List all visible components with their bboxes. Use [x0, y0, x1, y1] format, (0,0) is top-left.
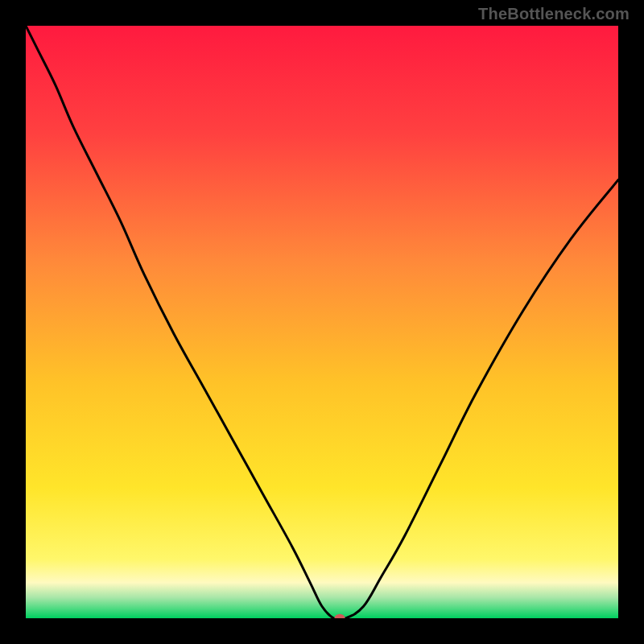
chart-svg: [26, 26, 618, 618]
watermark-text: TheBottleneck.com: [478, 5, 630, 23]
chart-frame: TheBottleneck.com: [0, 0, 644, 644]
gradient-background: [26, 26, 618, 618]
plot-area: [26, 26, 618, 618]
